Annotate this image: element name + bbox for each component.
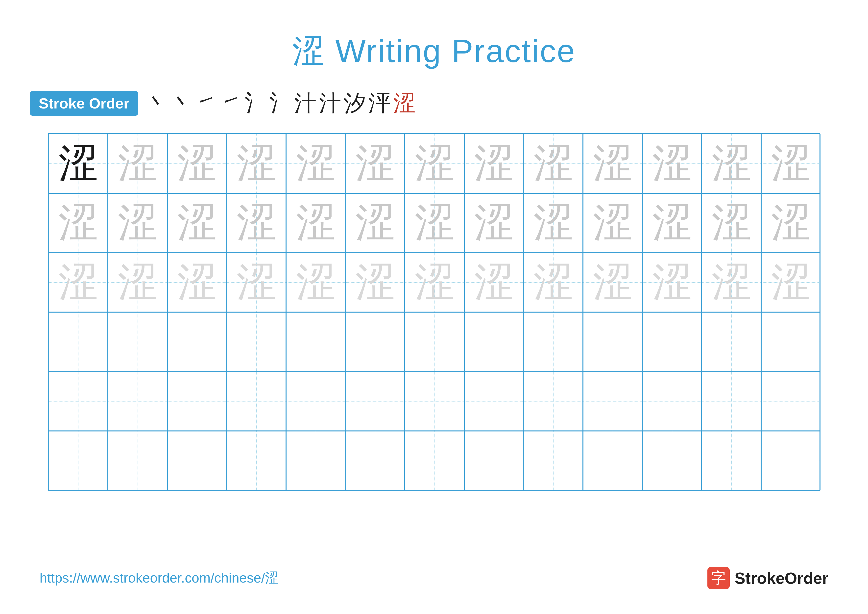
- grid-cell: 涩: [108, 134, 167, 193]
- practice-char: 涩: [771, 263, 811, 302]
- grid-cell: 涩: [48, 134, 108, 193]
- logo-icon: 字: [707, 567, 730, 589]
- practice-char: 涩: [118, 263, 157, 302]
- grid-cell: [108, 312, 167, 372]
- grid-cell: 涩: [167, 253, 227, 312]
- grid-cell: 涩: [524, 193, 583, 253]
- practice-char: 涩: [355, 144, 395, 183]
- grid-cell: [464, 372, 524, 431]
- grid-cell: [108, 372, 167, 431]
- practice-char: 涩: [711, 144, 751, 183]
- grid-cell: [227, 431, 286, 490]
- grid-cell: [761, 372, 820, 431]
- practice-char: 涩: [771, 144, 811, 183]
- practice-char: 涩: [58, 144, 98, 183]
- grid-cell: [702, 431, 761, 490]
- stroke-order-badge: Stroke Order: [30, 91, 138, 116]
- grid-cell: 涩: [405, 193, 464, 253]
- grid-cell: [761, 312, 820, 372]
- grid-cell: [405, 431, 464, 490]
- grid-cell: [286, 312, 346, 372]
- grid-cell: 涩: [702, 253, 761, 312]
- practice-char: 涩: [652, 144, 692, 183]
- grid-cell: 涩: [702, 134, 761, 193]
- grid-cell: 涩: [464, 193, 524, 253]
- grid-cell: 涩: [761, 253, 820, 312]
- practice-char: 涩: [593, 203, 632, 243]
- stroke-order-row: Stroke Order 丶 丶 ㇀ ㇀ 氵 氵 汁 汁 汐 泙 涩: [30, 88, 415, 118]
- practice-char: 涩: [296, 203, 336, 243]
- grid-cell: [524, 372, 583, 431]
- grid-cell: [48, 372, 108, 431]
- grid-cell: [405, 372, 464, 431]
- grid-cell: 涩: [642, 134, 702, 193]
- grid-cell: [286, 372, 346, 431]
- footer: https://www.strokeorder.com/chinese/涩 字 …: [0, 567, 868, 589]
- logo-text: StrokeOrder: [735, 569, 828, 588]
- practice-char: 涩: [415, 144, 454, 183]
- grid-cell: 涩: [583, 193, 642, 253]
- grid-cell: [524, 431, 583, 490]
- grid-cell: [108, 431, 167, 490]
- grid-cell: 涩: [108, 253, 167, 312]
- grid-cell: 涩: [405, 134, 464, 193]
- grid-cell: 涩: [583, 253, 642, 312]
- practice-char: 涩: [415, 203, 454, 243]
- grid-cell: 涩: [108, 193, 167, 253]
- grid-cell: [464, 312, 524, 372]
- practice-char: 涩: [237, 144, 276, 183]
- grid-cell: [227, 312, 286, 372]
- grid-cell: [346, 372, 405, 431]
- grid-cell: [167, 372, 227, 431]
- grid-cell: [583, 312, 642, 372]
- grid-cell: [464, 431, 524, 490]
- grid-cell: [48, 312, 108, 372]
- grid-cell: [405, 312, 464, 372]
- grid-cell: 涩: [761, 193, 820, 253]
- grid-cell: 涩: [167, 134, 227, 193]
- grid-cell: 涩: [167, 193, 227, 253]
- practice-char: 涩: [593, 144, 632, 183]
- footer-logo: 字 StrokeOrder: [707, 567, 828, 589]
- grid-cell: [702, 312, 761, 372]
- grid-cell: 涩: [464, 134, 524, 193]
- practice-char: 涩: [711, 263, 751, 302]
- grid-cell: [702, 372, 761, 431]
- practice-char: 涩: [177, 144, 217, 183]
- practice-char: 涩: [355, 203, 395, 243]
- grid-cell: [167, 431, 227, 490]
- grid-cell: 涩: [642, 193, 702, 253]
- practice-char: 涩: [296, 144, 336, 183]
- practice-char: 涩: [415, 263, 454, 302]
- grid-cell: [524, 312, 583, 372]
- grid-cell: [583, 372, 642, 431]
- grid-cell: [227, 372, 286, 431]
- practice-char: 涩: [355, 263, 395, 302]
- practice-char: 涩: [177, 203, 217, 243]
- footer-url: https://www.strokeorder.com/chinese/涩: [40, 569, 279, 587]
- grid-cell: 涩: [642, 253, 702, 312]
- grid-cell: 涩: [524, 134, 583, 193]
- grid-cell: 涩: [286, 134, 346, 193]
- practice-char: 涩: [533, 263, 573, 302]
- grid-cell: 涩: [286, 253, 346, 312]
- grid-cell: 涩: [405, 253, 464, 312]
- grid-cell: 涩: [227, 134, 286, 193]
- grid-cell: 涩: [761, 134, 820, 193]
- grid-cell: [761, 431, 820, 490]
- grid-cell: 涩: [227, 193, 286, 253]
- grid-cell: [346, 431, 405, 490]
- grid-cell: [167, 312, 227, 372]
- grid-cell: 涩: [48, 253, 108, 312]
- practice-char: 涩: [533, 144, 573, 183]
- page: 涩 Writing Practice Stroke Order 丶 丶 ㇀ ㇀ …: [0, 0, 868, 614]
- stroke-sequence: 丶 丶 ㇀ ㇀ 氵 氵 汁 汁 汐 泙 涩: [146, 88, 415, 118]
- practice-char: 涩: [474, 203, 514, 243]
- grid-cell: 涩: [702, 193, 761, 253]
- practice-char: 涩: [237, 263, 276, 302]
- grid-cell: 涩: [286, 193, 346, 253]
- practice-char: 涩: [652, 263, 692, 302]
- practice-char: 涩: [177, 263, 217, 302]
- grid-cell: 涩: [227, 253, 286, 312]
- grid-cell: [286, 431, 346, 490]
